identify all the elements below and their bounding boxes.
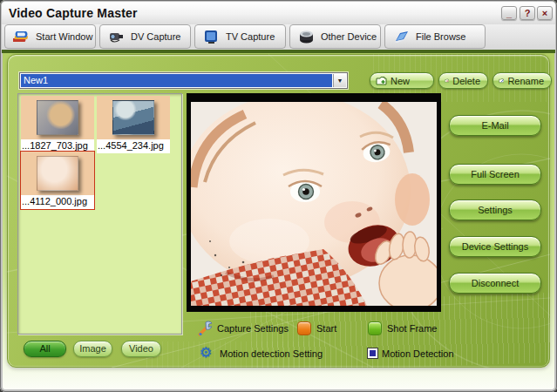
group-select-value: New1 [21,74,332,87]
full-screen-button[interactable]: Full Screen [449,164,541,185]
motion-detection-checkbox[interactable] [367,348,378,359]
filter-image-button[interactable]: Image [73,341,112,357]
thumbnail-item-1[interactable]: ...1827_703.jpg [21,96,94,153]
window-title: Video Capture Master [9,6,138,20]
button-label: Delete [452,76,480,86]
app-window: Video Capture Master _ ? × Start Window … [0,0,557,392]
tab-file-browse[interactable]: File Browse [384,24,486,49]
motion-detection-label[interactable]: Motion Detection [382,348,454,359]
checkbox-checked-mark [370,350,376,356]
books-icon [13,30,30,44]
thumbnail-tile [21,96,94,139]
folder-plus-icon [376,76,387,85]
tab-label: Other Device [321,31,377,42]
delete-group-button[interactable]: Delete [438,72,488,89]
folder-icon [393,30,410,44]
start-label[interactable]: Start [316,323,336,334]
device-settings-button[interactable]: Device Settings [449,236,541,257]
email-button[interactable]: E-Mail [449,115,541,136]
folder-rename-icon [499,76,504,85]
help-button[interactable]: ? [520,6,535,20]
preview-image-baby [191,102,437,306]
tab-label: File Browse [416,31,465,42]
tab-bar: Start Window DV Capture TV Capture [2,24,555,50]
thumbnail-panel: ...1827_703.jpg ...4554_234.jpg ...4112_… [17,93,182,335]
thumbnail-filename: ...4554_234.jpg [97,139,170,153]
video-preview-frame[interactable] [187,93,441,312]
tab-label: TV Capture [226,31,275,42]
tv-icon [203,30,220,44]
thumbnail-image-baby [37,156,78,191]
gear-icon[interactable]: ⚙ [200,346,212,360]
tab-label: Start Window [36,31,92,42]
thumbnail-image-dog [37,100,78,135]
rename-group-button[interactable]: Rename [492,72,552,89]
filter-all-button[interactable]: All [24,341,66,357]
motion-detection-setting-label[interactable]: Motion detection Setting [220,348,323,359]
settings-button[interactable]: Settings [449,199,541,220]
thumbnail-tile [97,96,170,139]
group-select[interactable]: New1 ▼ [19,72,348,89]
body-divider [2,50,555,53]
thumbnail-image-table [112,100,154,135]
thumbnail-item-2[interactable]: ...4554_234.jpg [97,96,170,153]
button-label: Rename [507,76,544,86]
shot-frame-swatch[interactable] [368,321,382,335]
tab-label: DV Capture [131,31,180,42]
start-swatch[interactable] [297,321,311,335]
filter-video-button[interactable]: Video [121,341,161,357]
camcorder-icon [108,30,125,44]
thumbnail-tile [21,152,94,195]
capture-settings-label[interactable]: Capture Settings [217,323,289,334]
folder-delete-icon [445,76,449,85]
new-group-button[interactable]: New [370,72,434,89]
title-bar: Video Capture Master _ ? × [2,2,555,24]
thumbnail-filename: ...4112_000.jpg [21,195,94,209]
tab-other-device[interactable]: Other Device [289,24,381,49]
minimize-button[interactable]: _ [501,6,517,20]
device-drum-icon [298,30,315,44]
tab-dv-capture[interactable]: DV Capture [99,24,191,49]
shot-frame-label[interactable]: Shot Frame [387,323,437,334]
thumbnail-item-3-selected[interactable]: ...4112_000.jpg [21,152,94,209]
tab-tv-capture[interactable]: TV Capture [194,24,286,49]
button-label: New [391,76,410,86]
wrench-icon[interactable] [197,320,214,337]
chevron-down-icon[interactable]: ▼ [333,74,346,87]
close-button[interactable]: × [537,6,553,20]
disconnect-button[interactable]: Disconnect [449,273,541,294]
tab-start-window[interactable]: Start Window [4,24,96,49]
